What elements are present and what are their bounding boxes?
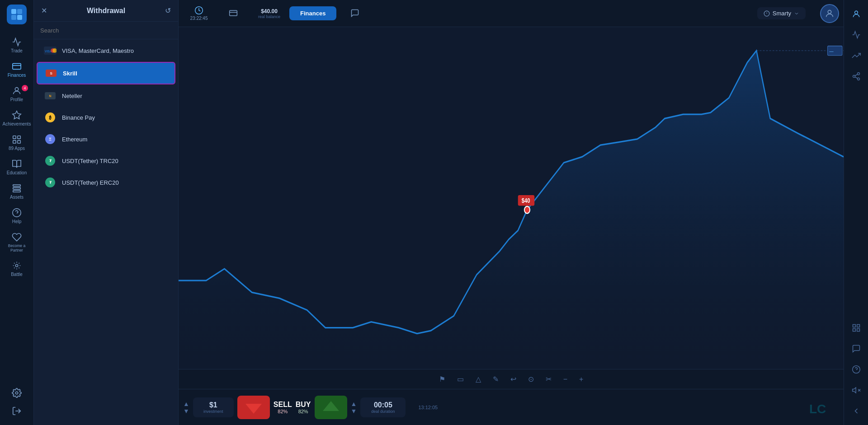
svg-marker-36 [323, 401, 339, 411]
profile-badge: 4 [22, 85, 28, 91]
svg-text:—: — [830, 48, 834, 54]
sidebar-item-achievements[interactable]: Achievements [1, 107, 33, 130]
payment-label-binance: Binance Pay [62, 114, 95, 121]
right-sidebar [844, 0, 868, 425]
svg-point-6 [15, 88, 18, 91]
sidebar-item-help[interactable]: Help [1, 204, 33, 228]
pencil-tool-button[interactable]: ✎ [490, 373, 501, 385]
sell-label: SELL [274, 401, 292, 409]
sell-button[interactable] [237, 396, 270, 419]
smarty-dropdown[interactable]: Smarty [757, 7, 806, 19]
sidebar-label-apps: 89 Apps [9, 146, 25, 151]
sidebar-item-logout[interactable] [1, 402, 33, 420]
svg-rect-10 [13, 140, 16, 143]
usdt-erc20-icon: ₮ [44, 178, 57, 187]
svg-line-41 [855, 77, 858, 78]
svg-point-47 [852, 366, 860, 374]
svg-marker-7 [13, 111, 21, 119]
payment-item-usdt-erc20[interactable]: ₮ USDT(Tether) ERC20 [37, 172, 175, 193]
investment-up-button[interactable]: ▲ [183, 401, 189, 407]
neteller-icon: N [44, 91, 57, 100]
svg-rect-11 [18, 140, 20, 143]
scissors-tool-button[interactable]: ✂ [543, 373, 554, 385]
right-social-button[interactable] [847, 67, 866, 86]
balance-button[interactable]: $40.00 real balance [252, 5, 287, 22]
right-trends-button[interactable] [847, 46, 866, 65]
minus-zoom-button[interactable]: − [561, 374, 570, 385]
payment-label-neteller: Neteller [62, 93, 82, 99]
payment-item-binance[interactable]: ₿ Binance Pay [37, 107, 175, 128]
payment-item-neteller[interactable]: N Neteller [37, 85, 175, 106]
panel-close-button[interactable]: ✕ [41, 6, 47, 15]
magnet-tool-button[interactable]: ⊙ [525, 373, 537, 385]
right-user-button[interactable] [847, 5, 866, 23]
payment-item-visa[interactable]: VISA VISA, MasterCard, Maestro [37, 40, 175, 61]
panel-title: Withdrawal [87, 7, 125, 15]
payment-item-skrill[interactable]: S Skrill [37, 62, 175, 84]
payment-label-ethereum: Ethereum [62, 136, 87, 143]
investment-down-button[interactable]: ▼ [183, 408, 189, 414]
card-button[interactable] [217, 6, 249, 21]
svg-text:$40: $40 [522, 197, 530, 205]
sidebar-item-education[interactable]: Education [1, 155, 33, 179]
binance-icon: ₿ [44, 113, 57, 122]
svg-rect-43 [853, 325, 855, 327]
svg-point-37 [854, 11, 858, 14]
balance-sub: real balance [258, 14, 280, 19]
panel-header: ✕ Withdrawal ↺ [34, 0, 178, 22]
duration-up-button[interactable]: ▲ [351, 401, 357, 407]
chart-toolbar: ⚑ ▭ △ ✎ ↩ ⊙ ✂ − + [179, 369, 844, 389]
duration-down-button[interactable]: ▼ [351, 408, 357, 414]
svg-rect-2 [11, 15, 16, 20]
sidebar-label-education: Education [7, 170, 27, 175]
buy-button[interactable] [315, 396, 347, 419]
sidebar-item-battle[interactable]: Battle [1, 257, 33, 280]
app-logo[interactable] [7, 5, 27, 24]
sidebar-item-profile[interactable]: 4 Profile [1, 82, 33, 106]
svg-rect-13 [13, 187, 21, 189]
svg-text:LC: LC [809, 402, 826, 416]
flag-tool-button[interactable]: ⚑ [436, 373, 448, 385]
usdt-trc20-icon: ₮ [44, 156, 57, 165]
sidebar-item-settings[interactable] [1, 384, 33, 402]
chart-area: $40 — [179, 27, 844, 369]
finances-label: Finances [300, 10, 326, 17]
right-deals-button[interactable] [847, 25, 866, 44]
right-help-button[interactable] [847, 360, 866, 379]
rotate-tool-button[interactable]: ↩ [508, 373, 519, 385]
plus-zoom-button[interactable]: + [576, 374, 586, 385]
payment-label-usdt-erc20: USDT(Tether) ERC20 [62, 179, 119, 186]
payment-search-input[interactable] [40, 27, 172, 34]
triangle-tool-button[interactable]: △ [473, 373, 484, 385]
buy-label: BUY [296, 401, 311, 409]
payment-item-usdt-trc20[interactable]: ₮ USDT(Tether) TRC20 [37, 150, 175, 171]
right-volume-button[interactable] [847, 381, 866, 400]
investment-stepper: ▲ ▼ [183, 401, 189, 414]
finances-button[interactable]: Finances [289, 6, 336, 20]
panel-refresh-button[interactable]: ↺ [165, 6, 171, 15]
visa-mastercard-icon: VISA [44, 46, 57, 55]
sidebar-item-assets[interactable]: Assets [1, 180, 33, 203]
sell-pct: 82% [278, 409, 288, 414]
right-layout-button[interactable] [847, 318, 866, 337]
sidebar-item-partner[interactable]: Become aPartner [1, 229, 33, 256]
svg-rect-4 [13, 64, 21, 70]
payment-method-list: VISA VISA, MasterCard, Maestro S Skrill … [34, 39, 178, 194]
sidebar-label-finances: Finances [8, 73, 26, 78]
sidebar-item-finances[interactable]: Finances [1, 58, 33, 81]
skrill-icon: S [45, 69, 57, 78]
user-avatar-button[interactable] [820, 4, 839, 23]
square-tool-button[interactable]: ▭ [454, 373, 467, 385]
chat-button[interactable] [339, 6, 371, 21]
svg-rect-9 [18, 136, 20, 139]
right-chat-button[interactable] [847, 339, 866, 358]
ethereum-icon: Ξ [44, 135, 57, 144]
time-button[interactable]: 23:22:45 [183, 3, 215, 23]
smarty-label: Smarty [773, 10, 791, 17]
svg-point-40 [857, 78, 859, 80]
right-collapse-button[interactable] [847, 402, 866, 420]
sidebar-item-apps[interactable]: 89 Apps [1, 131, 33, 154]
payment-item-ethereum[interactable]: Ξ Ethereum [37, 129, 175, 149]
brand-watermark: LC [809, 400, 836, 420]
sidebar-item-trade[interactable]: Trade [1, 33, 33, 57]
